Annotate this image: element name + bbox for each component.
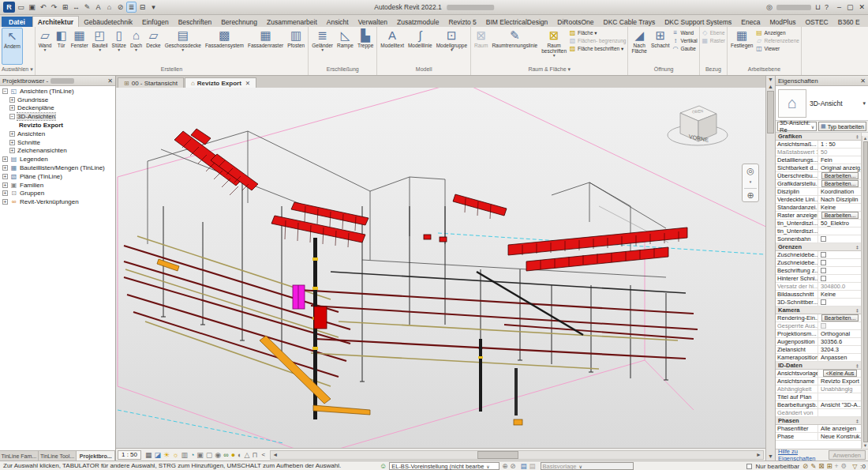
text-icon[interactable]: A (93, 2, 103, 13)
scroll-up-arrow[interactable]: ▲ (768, 84, 773, 89)
tree-item-legenden[interactable]: +▤Legenden (0, 155, 115, 164)
tree-expander-icon[interactable]: + (2, 182, 8, 188)
dach-button[interactable]: ⌂Dach▼ (129, 28, 144, 65)
tag-icon[interactable]: ✎ (82, 2, 92, 13)
checkbox[interactable] (821, 236, 826, 242)
tree-expander-icon[interactable]: − (2, 88, 8, 94)
tree-expander-icon[interactable]: + (9, 140, 15, 145)
bauteil-button[interactable]: ◰Bauteil▼ (91, 28, 110, 65)
customize-qat-icon[interactable]: ▾ (148, 2, 159, 13)
active-workset-icon[interactable]: ⊕ (502, 462, 507, 470)
rampe-button[interactable]: ◺Rampe (335, 28, 355, 65)
schacht-button[interactable]: ⊞Schacht (649, 28, 672, 65)
modelltext-button[interactable]: AModelltext (379, 28, 406, 65)
help-icon[interactable]: ? (825, 3, 829, 11)
section-header-id-daten[interactable]: ID-Daten‡ (776, 362, 861, 370)
tree-item-zeichenansichten[interactable]: +Zeichenansichten (0, 147, 115, 156)
tab-eneca[interactable]: Eneca (736, 17, 765, 27)
filter-icon[interactable]: ▽ (852, 463, 857, 470)
geschossdecke-button[interactable]: ▤Geschossdecke▼ (163, 28, 203, 65)
selection-gear-icon[interactable]: ⚙ (841, 462, 847, 470)
shadows-icon[interactable]: ▥ (181, 451, 188, 459)
bearbeiten-button[interactable]: Bearbeiten... (821, 314, 859, 321)
tab-beschriften[interactable]: Beschriften (174, 17, 217, 27)
festlegen-button[interactable]: ▦Festlegen (729, 28, 755, 65)
open-icon[interactable]: ▭ (16, 2, 26, 13)
displacement-icon[interactable]: ⊓ (252, 451, 257, 459)
tab-dkc-support-systems[interactable]: DKC Support Systems (660, 17, 736, 27)
show-crop-icon[interactable]: ▢ (206, 451, 213, 459)
tab-tinline[interactable]: TinLine (865, 17, 868, 27)
view-tab-00-startansicht[interactable]: ⊞00 - Startansicht (118, 77, 184, 88)
tree-expander-icon[interactable]: + (2, 165, 8, 171)
horizontal-scrollbar[interactable]: ◄ ► (270, 450, 764, 460)
tree-item-gruppen[interactable]: +⊡Gruppen (0, 190, 115, 198)
wheel-dropdown-icon[interactable]: ▾ (750, 177, 752, 186)
fenster-button[interactable]: ▦Fenster (69, 28, 90, 65)
pfosten-button[interactable]: ▥Pfosten (286, 28, 306, 65)
ändern-button[interactable]: ↖Ändern (2, 28, 23, 65)
anzeigen-button[interactable]: ▤Anzeigen (755, 29, 799, 36)
section-header-phasen[interactable]: Phasen‡ (776, 417, 861, 425)
crop-view-icon[interactable]: ▣ (196, 451, 204, 459)
user-interface-icon[interactable]: ⊟ (137, 2, 148, 13)
sun-path-icon[interactable]: ☀ (163, 451, 170, 459)
properties-scrollbar[interactable]: ▲ ▼ (862, 136, 868, 448)
checkbox[interactable] (821, 276, 826, 281)
scroll-down-arrow[interactable]: ▼ (768, 453, 773, 459)
wand-button[interactable]: ≡Wand (672, 29, 697, 36)
lock-view-icon[interactable]: ◉ (215, 451, 221, 459)
tree-item-pläne-tinline[interactable]: +▧Pläne (TinLine) (0, 172, 115, 181)
tab-bim-electricaldesign[interactable]: BIM ElectricalDesign (481, 17, 552, 27)
scroll-up-arrow[interactable]: ▲ (863, 136, 867, 141)
tree-item-3d-ansichten[interactable]: −3D-Ansichten (0, 112, 115, 121)
nach-fläche-button[interactable]: ◢NachFläche (630, 28, 649, 65)
fassadensystem-button[interactable]: ▩Fassadensystem (204, 28, 245, 65)
dock-tab-tinline-tool[interactable]: TinLine Tool... (39, 451, 77, 461)
link-palette-icon[interactable]: ▤ (529, 462, 535, 470)
save-icon[interactable]: ▣ (27, 2, 37, 13)
tree-expander-icon[interactable]: + (2, 174, 8, 179)
scroll-left-arrow[interactable]: ◄ (271, 452, 279, 457)
tree-item-ansichten-tinline[interactable]: −◱Ansichten (TinLine) (0, 87, 115, 96)
checkbox[interactable] (821, 299, 826, 305)
dock-tab-tinline-fam[interactable]: TinLine Fam... (0, 451, 39, 461)
view-dropdown[interactable]: 3D-Ansicht: Re∨ (777, 122, 817, 131)
keine-aus-button[interactable]: <Keine Aus (823, 370, 858, 377)
tree-item-revit-verknüpfungen[interactable]: +∞Revit-Verknüpfungen (0, 197, 115, 206)
redo-icon[interactable]: ↷ (49, 2, 59, 13)
print-icon[interactable]: ⊞ (60, 2, 70, 13)
treppe-button[interactable]: ▙Treppe (356, 28, 375, 65)
tab-datei[interactable]: Datei (2, 17, 32, 27)
design-option-dropdown[interactable]: EL-BS-Voreinstellung (nicht bearbe∨ (389, 462, 499, 470)
section-header-grafiken[interactable]: Grafiken‡ (776, 133, 861, 141)
vertikal-button[interactable]: ↕Vertikal (672, 37, 697, 44)
undo-icon[interactable]: ↶ (38, 2, 48, 13)
section-header-kamera[interactable]: Kamera‡ (776, 306, 861, 314)
tab-zusammenarbeit[interactable]: Zusammenarbeit (262, 17, 322, 27)
close-icon[interactable]: ✕ (245, 80, 250, 87)
checkbox[interactable] (821, 252, 826, 258)
fläche-beschriften-button[interactable]: ▨Fläche beschriften ▾ (569, 45, 626, 52)
tree-item-familien[interactable]: +▣Familien (0, 181, 115, 190)
tree-expander-icon[interactable]: + (2, 199, 8, 205)
properties-scroll-thumb[interactable] (863, 141, 868, 442)
view-tab-revizto-export[interactable]: ⌂Revizto Export✕ (185, 77, 256, 88)
detail-level-icon[interactable]: ▦ (145, 451, 152, 459)
tree-expander-icon[interactable]: + (2, 190, 8, 196)
dock-tab-projektbro[interactable]: Projektbro... (77, 451, 115, 461)
tree-item-grundrisse[interactable]: +Grundrisse (0, 96, 115, 104)
properties-palette-icon[interactable]: ▤ (520, 462, 526, 470)
raum-beschriften-button[interactable]: ⊠Raumbeschriften▼ (540, 28, 568, 65)
measure-icon[interactable]: ↔ (71, 2, 81, 13)
edit-type-button[interactable]: ▦Typ bearbeiten (818, 122, 866, 131)
tab-b360-e[interactable]: B360 E (833, 17, 865, 27)
section-header-grenzen[interactable]: Grenzen‡ (776, 243, 861, 251)
revit-logo[interactable]: R (3, 2, 15, 13)
temporary-view-properties-icon[interactable]: ◐ (238, 451, 241, 459)
horizontal-scroll-thumb[interactable] (477, 451, 518, 459)
wand-button[interactable]: ▱Wand▼ (37, 28, 54, 65)
modelllinie-button[interactable]: ∫Modelllinie (406, 28, 434, 65)
tab-verwalten[interactable]: Verwalten (354, 17, 392, 27)
rendering-dialog-icon[interactable]: ◔ (190, 451, 194, 459)
